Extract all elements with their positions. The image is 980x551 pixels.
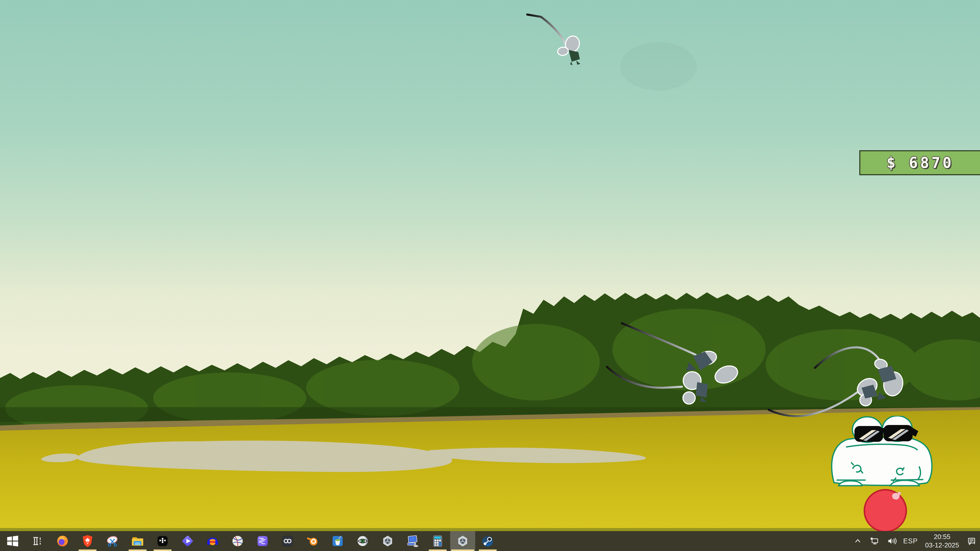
black-dots-icon — [156, 534, 170, 548]
play-diamond-icon — [180, 534, 195, 548]
headphones-icon — [205, 534, 220, 548]
score-counter: $ 6870 — [859, 150, 980, 175]
running-indicator — [479, 549, 496, 551]
taskbar-slot-paint-app[interactable] — [325, 531, 350, 551]
paint-bucket-icon — [331, 534, 345, 548]
taskbar: ESP 20:55 03-12-2025 — [0, 531, 980, 551]
task-view-icon — [30, 534, 45, 548]
running-indicator — [154, 549, 172, 551]
running-indicator — [129, 549, 146, 551]
brave-icon — [80, 534, 95, 548]
tray-network[interactable] — [866, 531, 883, 551]
tray-volume[interactable] — [883, 531, 900, 551]
desktop-screen: $ 6870 — [0, 0, 980, 551]
text-lines-icon — [256, 534, 270, 548]
sunglasses-icon — [854, 425, 918, 442]
ethernet-network-icon — [870, 536, 880, 546]
steam-icon — [480, 534, 495, 548]
taskbar-slot-unity-editor[interactable] — [450, 531, 475, 551]
taskbar-slot-task-view[interactable] — [25, 531, 50, 551]
taskbar-slot-snipping-tool[interactable] — [100, 531, 125, 551]
chevron-up-icon — [853, 536, 863, 546]
taskbar-slot-unity-hub[interactable] — [375, 531, 400, 551]
system-tray: ESP 20:55 03-12-2025 — [850, 531, 980, 551]
sphere-icon — [231, 534, 245, 548]
tray-action-center[interactable] — [963, 531, 980, 551]
firefox-icon — [56, 534, 70, 548]
speaker-icon — [886, 536, 897, 546]
computer-monitor-icon — [406, 534, 420, 548]
taskbar-slot-sphere-app[interactable] — [225, 531, 250, 551]
taskbar-slot-stremio[interactable] — [175, 531, 200, 551]
frog-character[interactable] — [829, 416, 934, 487]
unity-icon — [380, 534, 395, 548]
running-indicator — [451, 549, 474, 551]
eye-icon — [355, 534, 370, 548]
taskbar-apps — [0, 531, 500, 551]
tray-chevron[interactable] — [850, 531, 866, 551]
tray-language[interactable]: ESP — [900, 531, 921, 551]
sky-smudge — [620, 42, 697, 91]
scissors-icon — [105, 534, 120, 548]
taskbar-slot-file-explorer[interactable] — [125, 531, 150, 551]
taskbar-slot-calculator[interactable] — [425, 531, 450, 551]
taskbar-slot-eye-app[interactable] — [350, 531, 375, 551]
calculator-icon — [431, 534, 445, 548]
notification-icon — [966, 536, 977, 546]
taskbar-slot-tidal[interactable] — [150, 531, 175, 551]
blender-icon — [305, 534, 320, 548]
red-ball[interactable] — [862, 488, 909, 533]
taskbar-slot-notes-app[interactable] — [250, 531, 275, 551]
windows-start-icon — [5, 534, 20, 548]
running-indicator — [429, 549, 447, 551]
running-indicator — [79, 549, 97, 551]
folder-icon — [130, 534, 145, 548]
taskbar-slot-infinity-app[interactable] — [275, 531, 300, 551]
taskbar-slot-start[interactable] — [0, 531, 25, 551]
grass-shadow-edge — [0, 528, 980, 531]
taskbar-slot-steam[interactable] — [475, 531, 500, 551]
unity-icon — [455, 534, 470, 548]
tray-clock[interactable]: 20:55 03-12-2025 — [921, 533, 963, 549]
taskbar-slot-brave[interactable] — [75, 531, 100, 551]
tray-time: 20:55 — [934, 533, 950, 541]
taskbar-slot-firefox[interactable] — [50, 531, 75, 551]
infinity-icon — [280, 534, 295, 548]
taskbar-slot-music-headphones[interactable] — [200, 531, 225, 551]
taskbar-slot-blender[interactable] — [300, 531, 325, 551]
score-value: $ 6870 — [886, 154, 954, 171]
game-scene: $ 6870 — [0, 0, 980, 531]
tray-date: 03-12-2025 — [925, 541, 959, 549]
taskbar-slot-system-app[interactable] — [400, 531, 425, 551]
